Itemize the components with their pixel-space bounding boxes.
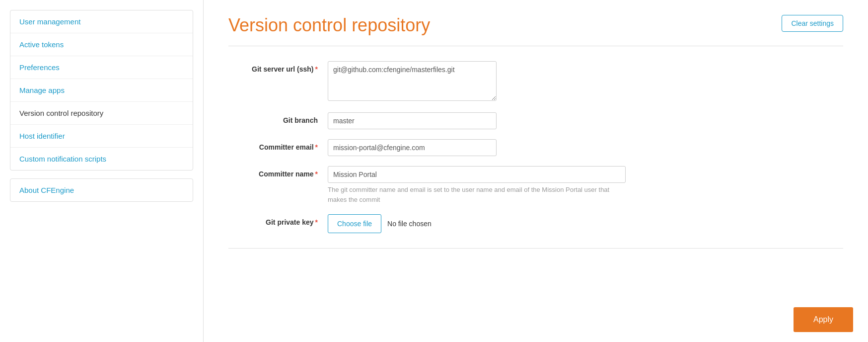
git-branch-control xyxy=(328,112,497,129)
sidebar-item-about-cfengine[interactable]: About CFEngine xyxy=(10,179,193,201)
required-star-3: * xyxy=(315,170,318,178)
file-input-row: Choose file No file chosen xyxy=(328,214,497,233)
sidebar-section-about: About CFEngine xyxy=(10,178,193,202)
git-server-url-label: Git server url (ssh)* xyxy=(228,61,328,73)
main-header: Version control repository Clear setting… xyxy=(228,15,843,36)
sidebar-item-preferences[interactable]: Preferences xyxy=(10,56,193,79)
sidebar-item-active-tokens[interactable]: Active tokens xyxy=(10,33,193,56)
committer-name-row: Committer name* The git committer name a… xyxy=(228,166,775,204)
sidebar: User managementActive tokensPreferencesM… xyxy=(0,0,204,342)
sidebar-section-main: User managementActive tokensPreferencesM… xyxy=(10,10,193,171)
footer: Apply xyxy=(204,297,868,342)
apply-button[interactable]: Apply xyxy=(794,307,853,332)
committer-name-input[interactable] xyxy=(328,166,626,183)
committer-name-control: The git committer name and email is set … xyxy=(328,166,626,204)
git-private-key-row: Git private key* Choose file No file cho… xyxy=(228,214,775,233)
choose-file-button[interactable]: Choose file xyxy=(328,214,381,233)
clear-settings-button[interactable]: Clear settings xyxy=(782,15,843,32)
no-file-text: No file chosen xyxy=(387,220,432,228)
git-server-url-control: git@github.com:cfengine/masterfiles.git xyxy=(328,61,497,102)
sidebar-item-manage-apps[interactable]: Manage apps xyxy=(10,79,193,102)
header-divider xyxy=(228,46,843,46)
main-content: Version control repository Clear setting… xyxy=(204,0,868,342)
page-title: Version control repository xyxy=(228,15,430,36)
sidebar-item-version-control-repository[interactable]: Version control repository xyxy=(10,102,193,125)
required-star-2: * xyxy=(315,143,318,151)
form-section: Git server url (ssh)* git@github.com:cfe… xyxy=(228,61,775,233)
sidebar-item-user-management[interactable]: User management xyxy=(10,10,193,33)
git-private-key-control: Choose file No file chosen xyxy=(328,214,497,233)
committer-email-control xyxy=(328,139,497,156)
sidebar-item-host-identifier[interactable]: Host identifier xyxy=(10,125,193,148)
git-private-key-label: Git private key* xyxy=(228,214,328,226)
committer-name-label: Committer name* xyxy=(228,166,328,178)
committer-email-input[interactable] xyxy=(328,139,497,156)
committer-email-label: Committer email* xyxy=(228,139,328,151)
git-server-url-row: Git server url (ssh)* git@github.com:cfe… xyxy=(228,61,775,102)
git-branch-label: Git branch xyxy=(228,112,328,124)
sidebar-item-custom-notification-scripts[interactable]: Custom notification scripts xyxy=(10,148,193,170)
required-star-4: * xyxy=(315,218,318,226)
committer-hint: The git committer name and email is set … xyxy=(328,185,626,204)
required-star: * xyxy=(315,65,318,73)
git-server-url-input[interactable]: git@github.com:cfengine/masterfiles.git xyxy=(328,61,497,101)
git-branch-row: Git branch xyxy=(228,112,775,129)
bottom-divider xyxy=(228,248,843,249)
committer-email-row: Committer email* xyxy=(228,139,775,156)
git-branch-input[interactable] xyxy=(328,112,497,129)
